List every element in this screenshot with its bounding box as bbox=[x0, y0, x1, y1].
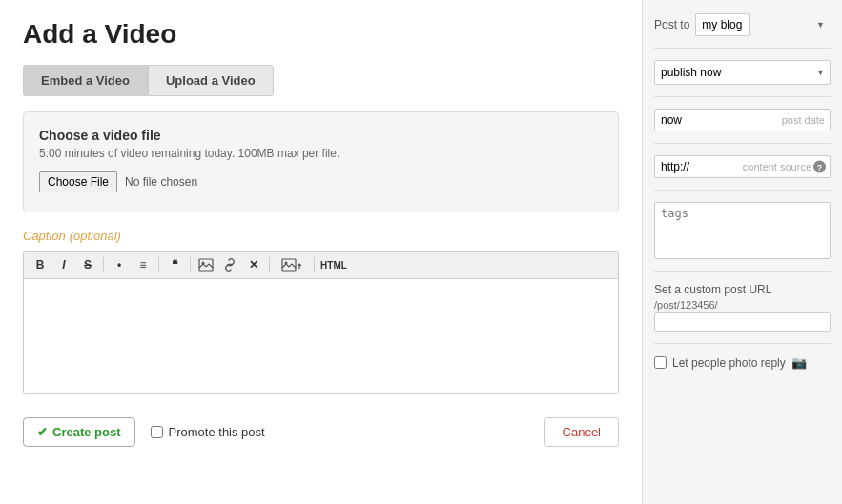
post-date-input[interactable] bbox=[654, 109, 831, 131]
checkmark-icon: ✔ bbox=[37, 425, 48, 439]
photo-reply-row: Let people photo reply 📷 bbox=[654, 355, 831, 370]
custom-url-label: Set a custom post URL bbox=[654, 283, 831, 296]
unlink-button[interactable]: ✕ bbox=[243, 255, 264, 274]
divider-4 bbox=[654, 190, 831, 191]
toolbar-sep-5 bbox=[314, 257, 315, 272]
divider-5 bbox=[654, 271, 831, 272]
content-source-wrapper: content source ? bbox=[654, 155, 831, 178]
toolbar-sep-3 bbox=[190, 257, 191, 272]
tab-embed[interactable]: Embed a Video bbox=[23, 65, 148, 96]
tab-upload[interactable]: Upload a Video bbox=[148, 65, 274, 96]
upload-section: Choose a video file 5:00 minutes of vide… bbox=[23, 111, 619, 212]
toolbar-sep-1 bbox=[103, 257, 104, 272]
custom-url-input[interactable] bbox=[654, 312, 831, 332]
blockquote-button[interactable]: ❝ bbox=[164, 255, 185, 274]
tags-input[interactable] bbox=[654, 202, 831, 259]
toolbar-sep-4 bbox=[269, 257, 270, 272]
post-to-select[interactable]: my blog bbox=[695, 13, 750, 36]
toolbar-sep-2 bbox=[158, 257, 159, 272]
caption-optional: (optional) bbox=[70, 229, 121, 243]
ordered-list-button[interactable]: ≡ bbox=[133, 255, 154, 274]
photo-reply-label[interactable]: Let people photo reply bbox=[672, 356, 786, 370]
italic-button[interactable]: I bbox=[53, 255, 74, 274]
image-button[interactable] bbox=[195, 255, 216, 274]
photo-reply-checkbox[interactable] bbox=[654, 356, 667, 369]
html-button[interactable]: HTML bbox=[319, 255, 348, 274]
upload-description: 5:00 minutes of video remaining today. 1… bbox=[39, 147, 603, 160]
cancel-button[interactable]: Cancel bbox=[544, 417, 619, 447]
tabs-container: Embed a Video Upload a Video bbox=[23, 65, 619, 96]
editor-body[interactable] bbox=[24, 279, 618, 393]
editor-toolbar: B I S • ≡ ❝ bbox=[24, 252, 618, 279]
bold-button[interactable]: B bbox=[30, 255, 51, 274]
strikethrough-button[interactable]: S bbox=[77, 255, 98, 274]
editor-container: B I S • ≡ ❝ bbox=[23, 251, 619, 394]
choose-file-button[interactable]: Choose File bbox=[39, 171, 117, 192]
post-to-label: Post to bbox=[654, 18, 689, 31]
publish-select[interactable]: publish now schedule draft bbox=[654, 60, 831, 85]
footer-actions: ✔ Create post Promote this post Cancel bbox=[23, 410, 619, 447]
promote-checkbox[interactable] bbox=[151, 426, 163, 438]
svg-rect-2 bbox=[282, 259, 296, 271]
page-title: Add a Video bbox=[23, 19, 619, 50]
content-source-input[interactable] bbox=[654, 155, 831, 178]
create-post-button[interactable]: ✔ Create post bbox=[23, 417, 135, 447]
svg-rect-0 bbox=[199, 259, 213, 271]
upload-image-button[interactable] bbox=[275, 255, 309, 274]
post-date-wrapper: post date bbox=[654, 109, 831, 131]
sidebar: Post to my blog publish now schedule dra… bbox=[642, 0, 842, 504]
info-icon[interactable]: ? bbox=[813, 161, 826, 173]
custom-url-section: Set a custom post URL /post/123456/ bbox=[654, 283, 831, 332]
divider-1 bbox=[654, 48, 831, 49]
divider-6 bbox=[654, 343, 831, 344]
unordered-list-button[interactable]: • bbox=[109, 255, 130, 274]
post-to-row: Post to my blog bbox=[654, 13, 831, 36]
upload-heading: Choose a video file bbox=[39, 128, 603, 143]
divider-2 bbox=[654, 96, 831, 97]
url-prefix: /post/123456/ bbox=[654, 299, 831, 311]
promote-label[interactable]: Promote this post bbox=[169, 425, 265, 439]
divider-3 bbox=[654, 143, 831, 144]
publish-select-wrapper: publish now schedule draft bbox=[654, 60, 831, 85]
link-button[interactable] bbox=[219, 255, 240, 274]
post-to-select-wrapper: my blog bbox=[695, 13, 831, 36]
camera-icon: 📷 bbox=[791, 355, 807, 370]
file-row: Choose File No file chosen bbox=[39, 171, 603, 192]
caption-label: Caption (optional) bbox=[23, 228, 619, 243]
promote-row: Promote this post bbox=[151, 425, 265, 439]
no-file-label: No file chosen bbox=[125, 175, 197, 189]
